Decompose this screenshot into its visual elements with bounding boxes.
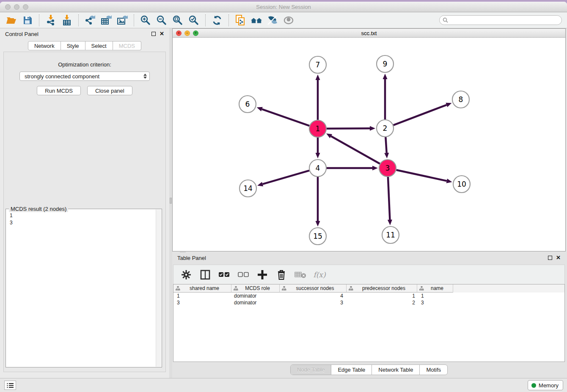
tab-network[interactable]: Network — [28, 41, 61, 50]
table-cell[interactable]: 2 — [347, 299, 417, 306]
column-header-label: predecessor nodes — [353, 285, 417, 291]
close-table-panel-icon[interactable]: ✕ — [556, 256, 561, 260]
edge-1-6[interactable] — [262, 109, 309, 126]
arrowhead-icon — [384, 153, 389, 158]
node-label: 10 — [457, 180, 466, 188]
tab-style[interactable]: Style — [61, 41, 85, 50]
arrowhead-icon — [257, 182, 263, 187]
table-body: 1dominator4113dominator323 — [173, 293, 564, 306]
table-header: shared nameMCDS rolesuccessor nodesprede… — [173, 284, 564, 293]
sort-tree-icon — [176, 286, 180, 291]
edge-3-1[interactable] — [331, 136, 380, 164]
zoom-fit-icon[interactable] — [172, 14, 184, 26]
node-label: 15 — [313, 232, 322, 240]
result-scrollbar[interactable] — [156, 210, 161, 367]
refresh-layout-icon[interactable] — [211, 14, 223, 26]
node-label: 1 — [316, 124, 320, 133]
zoom-selected-icon[interactable] — [188, 14, 200, 26]
edge-2-3[interactable] — [385, 137, 386, 153]
title-bar: Session: New Session — [0, 2, 567, 12]
first-neighbors-icon[interactable] — [250, 14, 262, 26]
tab-mcds[interactable]: MCDS — [113, 41, 141, 50]
arrowhead-icon — [446, 103, 451, 107]
table-toolbar: f(x) — [173, 265, 565, 284]
settings-gear-icon[interactable] — [180, 269, 192, 281]
splitter-handle[interactable] — [170, 198, 172, 204]
edge-1-2[interactable] — [327, 128, 370, 129]
search-input[interactable] — [450, 17, 561, 23]
table-cell[interactable]: dominator — [231, 293, 280, 299]
hide-style-icon[interactable] — [283, 14, 295, 26]
memory-button[interactable]: Memory — [528, 380, 563, 390]
table-tabs: Node Table Edge Table Network Table Moti… — [172, 364, 566, 375]
tab-node-table[interactable]: Node Table — [291, 365, 331, 375]
arrowhead-icon — [370, 126, 375, 131]
edge-3-11[interactable] — [388, 177, 390, 220]
tab-select[interactable]: Select — [85, 41, 113, 50]
network-window-titlebar[interactable]: × − + scc.txt — [173, 29, 565, 38]
zoom-in-icon[interactable] — [140, 14, 151, 26]
table-row[interactable]: 3dominator323 — [173, 299, 564, 306]
table-cell[interactable]: 1 — [417, 293, 453, 299]
close-panel-icon[interactable]: ✕ — [160, 32, 164, 36]
clone-network-icon[interactable] — [234, 14, 246, 26]
delete-table-icon[interactable] — [295, 269, 306, 281]
edge-4-14[interactable] — [263, 171, 309, 184]
node-label: 2 — [383, 124, 388, 133]
column-header-name[interactable]: name — [417, 284, 453, 293]
open-file-icon[interactable] — [6, 14, 17, 26]
column-visibility-icon[interactable] — [199, 269, 211, 281]
select-all-icon[interactable] — [218, 269, 230, 281]
close-panel-button[interactable]: Close panel — [87, 86, 132, 95]
table-row[interactable]: 1dominator411 — [173, 293, 564, 299]
table-cell[interactable]: 1 — [347, 293, 417, 299]
show-style-icon[interactable] — [267, 14, 278, 26]
control-panel: Control Panel ✕ Network Style Select MCD… — [0, 28, 169, 378]
export-table-icon[interactable] — [100, 14, 112, 26]
window-title: Session: New Session — [0, 4, 567, 10]
run-mcds-button[interactable]: Run MCDS — [37, 86, 81, 95]
vertical-splitter[interactable] — [169, 28, 172, 378]
table-cell[interactable]: 3 — [173, 299, 231, 306]
table-cell[interactable]: 3 — [417, 299, 453, 306]
task-history-button[interactable] — [4, 381, 16, 390]
import-network-icon[interactable] — [45, 14, 57, 26]
table-cell[interactable]: 4 — [280, 293, 347, 299]
result-line: 1 — [10, 212, 162, 219]
tab-motifs[interactable]: Motifs — [419, 365, 447, 375]
zoom-out-icon[interactable] — [156, 14, 168, 26]
table-cell[interactable]: dominator — [231, 299, 280, 306]
network-canvas[interactable]: 1234678910111415 — [173, 38, 565, 251]
edge-3-10[interactable] — [396, 170, 447, 181]
deselect-all-icon[interactable] — [237, 269, 249, 281]
export-image-icon[interactable] — [116, 14, 128, 26]
add-column-icon[interactable] — [256, 269, 268, 281]
float-panel-icon[interactable] — [151, 32, 156, 36]
criterion-select[interactable]: strongly connected component — [19, 72, 150, 81]
table-cell[interactable]: 1 — [173, 293, 231, 299]
network-minimize-icon[interactable]: − — [184, 30, 190, 36]
import-table-icon[interactable] — [61, 14, 73, 26]
node-table[interactable]: shared nameMCDS rolesuccessor nodesprede… — [173, 284, 565, 362]
tab-edge-table[interactable]: Edge Table — [331, 365, 372, 375]
save-session-icon[interactable] — [22, 14, 33, 26]
network-close-icon[interactable]: × — [176, 30, 182, 36]
chevron-updown-icon — [143, 74, 147, 79]
network-zoom-icon[interactable]: + — [193, 30, 198, 36]
column-header-MCDS-role[interactable]: MCDS role — [231, 284, 280, 293]
arrowhead-icon — [257, 107, 263, 111]
tab-network-table[interactable]: Network Table — [372, 365, 419, 375]
column-header-predecessor-nodes[interactable]: predecessor nodes — [347, 284, 417, 293]
edge-2-8[interactable] — [394, 105, 447, 125]
table-cell[interactable]: 3 — [280, 299, 347, 306]
float-table-panel-icon[interactable] — [548, 256, 552, 260]
table-panel-title: Table Panel — [177, 255, 206, 261]
delete-column-icon[interactable] — [275, 269, 287, 281]
column-header-shared-name[interactable]: shared name — [173, 284, 231, 293]
arrowhead-icon — [316, 75, 320, 80]
node-label: 4 — [316, 164, 320, 172]
toolbar-search[interactable] — [439, 15, 562, 25]
function-builder-icon[interactable]: f(x) — [314, 269, 325, 281]
column-header-successor-nodes[interactable]: successor nodes — [280, 284, 347, 293]
export-network-icon[interactable] — [84, 14, 96, 26]
